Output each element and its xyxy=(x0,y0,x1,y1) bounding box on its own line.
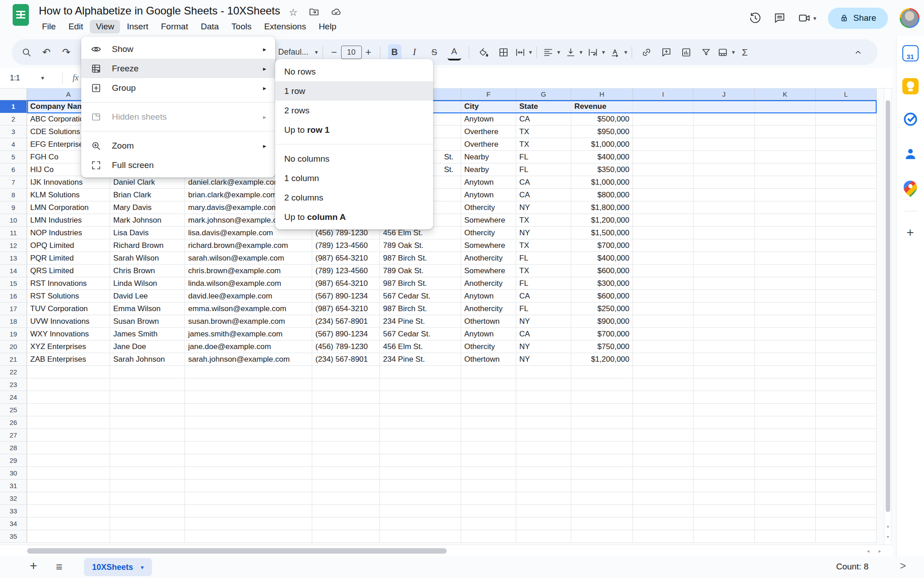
cell-J15[interactable] xyxy=(693,277,755,290)
row-header-12[interactable]: 12 xyxy=(0,239,27,252)
cell-L8[interactable] xyxy=(816,189,877,201)
cell-J28[interactable] xyxy=(693,442,755,454)
menubar-item-view[interactable]: View xyxy=(90,20,120,33)
cell-H25[interactable] xyxy=(571,404,633,416)
cell-K3[interactable] xyxy=(755,126,816,138)
cell-J35[interactable] xyxy=(693,530,755,543)
cell-L17[interactable] xyxy=(816,303,877,315)
text-rotation-button[interactable] xyxy=(609,44,622,61)
cell-G27[interactable] xyxy=(516,429,571,442)
vertical-scrollbar-thumb[interactable] xyxy=(886,100,890,512)
cell-I24[interactable] xyxy=(633,391,693,404)
cell-J6[interactable] xyxy=(693,163,755,176)
cell-C14[interactable]: chris.brown@example.com xyxy=(185,265,312,277)
cell-J33[interactable] xyxy=(693,505,755,517)
cell-I6[interactable] xyxy=(633,163,693,176)
row-header-10[interactable]: 10 xyxy=(0,214,27,227)
cell-K29[interactable] xyxy=(755,454,816,467)
view-menu-item-group[interactable]: Group▸ xyxy=(81,78,275,98)
cell-D22[interactable] xyxy=(312,366,380,378)
cell-D13[interactable]: (987) 654-3210 xyxy=(312,252,380,265)
cell-A16[interactable]: RST Solutions xyxy=(27,290,110,303)
cell-A25[interactable] xyxy=(27,404,110,416)
cell-L20[interactable] xyxy=(816,340,877,353)
undo-icon[interactable]: ↶ xyxy=(40,44,53,61)
row-header-35[interactable]: 35 xyxy=(0,530,27,543)
cell-A30[interactable] xyxy=(27,467,110,480)
view-menu-item-hidden-sheets[interactable]: Hidden sheets▸ xyxy=(81,107,275,126)
cell-E24[interactable] xyxy=(380,391,461,404)
cell-L27[interactable] xyxy=(816,429,877,442)
row-header-29[interactable]: 29 xyxy=(0,454,27,467)
cell-L9[interactable] xyxy=(816,201,877,214)
cell-H26[interactable] xyxy=(571,416,633,429)
cell-E35[interactable] xyxy=(380,530,461,543)
cell-D17[interactable]: (987) 654-3210 xyxy=(312,303,380,315)
calendar-icon[interactable]: 31 xyxy=(902,45,919,61)
cell-B32[interactable] xyxy=(110,492,185,505)
cell-B26[interactable] xyxy=(110,416,185,429)
cell-I20[interactable] xyxy=(633,340,693,353)
horizontal-scrollbar[interactable]: ◂ ▸ xyxy=(0,545,892,556)
horizontal-align-dropdown-icon[interactable]: ▾ xyxy=(557,49,560,56)
cell-E32[interactable] xyxy=(380,492,461,505)
cell-I4[interactable] xyxy=(633,138,693,151)
row-header-6[interactable]: 6 xyxy=(0,163,27,176)
sheet-tab[interactable]: 10XSheets ▾ xyxy=(84,558,152,576)
cell-H10[interactable]: $1,200,000 xyxy=(571,214,633,227)
merge-dropdown-icon[interactable]: ▾ xyxy=(529,49,532,56)
cell-L19[interactable] xyxy=(816,328,877,340)
cell-D21[interactable]: (234) 567-8901 xyxy=(312,353,380,366)
view-menu-item-zoom[interactable]: Zoom▸ xyxy=(81,136,275,155)
row-header-26[interactable]: 26 xyxy=(0,416,27,429)
cell-K4[interactable] xyxy=(755,138,816,151)
cell-A33[interactable] xyxy=(27,505,110,517)
cell-C22[interactable] xyxy=(185,366,312,378)
cell-J30[interactable] xyxy=(693,467,755,480)
row-header-17[interactable]: 17 xyxy=(0,303,27,315)
cell-J12[interactable] xyxy=(693,239,755,252)
cell-I15[interactable] xyxy=(633,277,693,290)
cell-H1[interactable]: Revenue xyxy=(571,100,633,113)
scroll-down-button[interactable]: ▾ xyxy=(884,532,892,541)
cell-G12[interactable]: TX xyxy=(516,239,571,252)
cell-I25[interactable] xyxy=(633,404,693,416)
meet-video-icon[interactable]: ▾ xyxy=(798,12,817,24)
cell-B22[interactable] xyxy=(110,366,185,378)
freeze-menu-item-1-row[interactable]: 1 row xyxy=(275,81,433,101)
cell-A14[interactable]: QRS Limited xyxy=(27,265,110,277)
menubar-item-data[interactable]: Data xyxy=(195,20,225,33)
column-header-K[interactable]: K xyxy=(755,89,816,100)
row-header-33[interactable]: 33 xyxy=(0,505,27,517)
cell-K10[interactable] xyxy=(755,214,816,227)
cell-I3[interactable] xyxy=(633,126,693,138)
cell-B25[interactable] xyxy=(110,404,185,416)
row-header-30[interactable]: 30 xyxy=(0,467,27,480)
cell-K32[interactable] xyxy=(755,492,816,505)
cell-B18[interactable]: Susan Brown xyxy=(110,315,185,328)
cell-J10[interactable] xyxy=(693,214,755,227)
row-header-7[interactable]: 7 xyxy=(0,176,27,189)
keep-icon[interactable] xyxy=(902,78,919,94)
row-header-25[interactable]: 25 xyxy=(0,404,27,416)
meet-dropdown-icon[interactable]: ▾ xyxy=(813,15,817,22)
cell-A15[interactable]: RST Innovations xyxy=(27,277,110,290)
cell-D26[interactable] xyxy=(312,416,380,429)
cell-D27[interactable] xyxy=(312,429,380,442)
table-views-dropdown-icon[interactable]: ▾ xyxy=(732,49,735,56)
cell-I12[interactable] xyxy=(633,239,693,252)
cell-H22[interactable] xyxy=(571,366,633,378)
text-wrap-button[interactable] xyxy=(586,44,600,61)
functions-button[interactable]: Σ xyxy=(738,44,752,61)
cloud-saved-icon[interactable] xyxy=(330,6,342,19)
cell-G28[interactable] xyxy=(516,442,571,454)
row-header-19[interactable]: 19 xyxy=(0,328,27,340)
cell-J3[interactable] xyxy=(693,126,755,138)
cell-A27[interactable] xyxy=(27,429,110,442)
name-box[interactable]: 1:1 ▾ xyxy=(0,74,59,82)
cell-A23[interactable] xyxy=(27,378,110,391)
cell-E13[interactable]: 987 Birch St. xyxy=(380,252,461,265)
cell-D23[interactable] xyxy=(312,378,380,391)
row-header-1[interactable]: 1 xyxy=(0,100,27,113)
cell-H5[interactable]: $400,000 xyxy=(571,151,633,163)
